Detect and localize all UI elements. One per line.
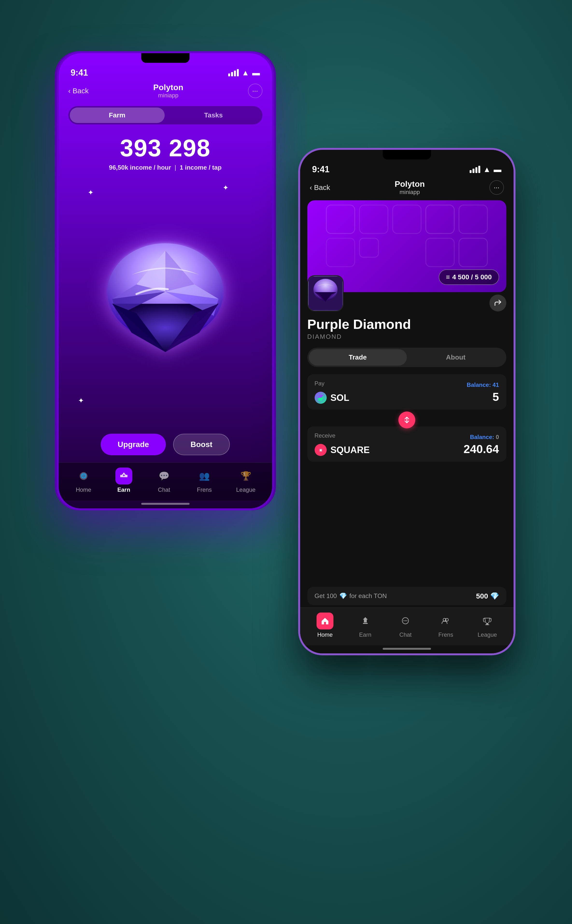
app-subtitle-right: miniapp xyxy=(395,189,425,195)
nav-chat-left[interactable]: 💬 Chat xyxy=(155,467,173,493)
left-phone: 9:41 ▲ ▬ ‹ Back xyxy=(57,51,274,510)
pay-balance-label: Balance: xyxy=(467,382,491,388)
tab-farm[interactable]: Farm xyxy=(70,108,165,123)
battery-icon-left: ▬ xyxy=(252,69,260,77)
nav-earn-left[interactable]: ♦ Earn xyxy=(115,467,132,493)
home-indicator-left xyxy=(141,503,190,505)
nft-type: DIAMOND xyxy=(307,333,506,340)
right-phone-content: 9:41 ▲ ▬ ‹ Back xyxy=(300,150,514,653)
back-label-right: Back xyxy=(314,183,330,192)
app-name-left: Polyton xyxy=(153,83,183,92)
chevron-left-icon-right: ‹ xyxy=(310,183,312,192)
swap-container xyxy=(307,411,506,428)
receive-header: Receive Balance: 0 xyxy=(315,432,499,442)
svg-text:♦: ♦ xyxy=(123,473,125,477)
receive-row: Receive Balance: 0 ▣ SQUARE xyxy=(307,427,506,462)
svg-rect-17 xyxy=(359,205,388,234)
more-button-right[interactable]: ··· xyxy=(490,180,504,195)
pay-token-row: SOL 5 xyxy=(315,390,499,404)
svg-rect-22 xyxy=(359,238,378,257)
back-button-right[interactable]: ‹ Back xyxy=(310,183,330,192)
chevron-left-icon: ‹ xyxy=(68,87,71,95)
battery-icon-right: ▬ xyxy=(494,165,502,174)
nav-chat-right[interactable]: Chat xyxy=(397,612,414,638)
app-title-left: Polyton miniapp xyxy=(153,83,183,99)
home-icon-right xyxy=(317,612,333,630)
time-left: 9:41 xyxy=(71,68,88,78)
nav-home-left[interactable]: 🌐 Home xyxy=(75,467,92,493)
app-subtitle-left: miniapp xyxy=(153,92,183,99)
back-button-left[interactable]: ‹ Back xyxy=(68,87,89,95)
score-stats: 96,50k income / hour | 1 income / tap xyxy=(59,164,272,171)
score-number: 393 298 xyxy=(59,134,272,162)
signal-bar-1 xyxy=(228,73,230,76)
svg-rect-16 xyxy=(326,205,355,234)
nav-earn-label-right: Earn xyxy=(359,631,371,638)
gem-svg xyxy=(93,231,238,371)
receive-token-name: SQUARE xyxy=(331,445,370,455)
boost-button[interactable]: Boost xyxy=(173,434,230,455)
app-title-right: Polyton miniapp xyxy=(395,179,425,195)
nav-league-right[interactable]: League xyxy=(477,612,497,638)
receive-balance: Balance: 0 xyxy=(470,434,499,441)
svg-rect-24 xyxy=(459,238,487,267)
nav-frens-left[interactable]: 👥 Frens xyxy=(196,467,213,493)
status-icons-left: ▲ ▬ xyxy=(228,69,260,77)
tab-bar-left: Farm Tasks xyxy=(68,106,263,125)
notch-left xyxy=(141,53,190,63)
svg-rect-18 xyxy=(393,205,421,234)
nav-home-right[interactable]: Home xyxy=(317,612,333,638)
svg-rect-23 xyxy=(426,238,454,267)
svg-rect-32 xyxy=(363,623,368,624)
nav-frens-label-left: Frens xyxy=(197,486,212,493)
receive-balance-value: 0 xyxy=(496,434,499,440)
svg-point-36 xyxy=(406,620,407,621)
svg-rect-39 xyxy=(486,623,488,624)
receive-token-row: ▣ SQUARE 240.64 xyxy=(315,442,499,456)
nav-league-left[interactable]: 🏆 League xyxy=(236,467,255,493)
league-icon-right xyxy=(479,612,496,630)
svg-text:▣: ▣ xyxy=(319,448,322,452)
notch-right xyxy=(383,150,431,159)
nav-home-label-left: Home xyxy=(76,486,91,493)
income-tap: 1 income / tap xyxy=(180,164,221,171)
earn-icon-left: ♦ xyxy=(115,467,132,485)
share-button[interactable] xyxy=(490,294,506,312)
trade-tabs: Trade About xyxy=(307,348,506,367)
wifi-icon-right: ▲ xyxy=(483,165,491,174)
diamond-blue-icon: 💎 xyxy=(339,592,347,600)
upgrade-button[interactable]: Upgrade xyxy=(101,434,166,455)
nft-name: Purple Diamond xyxy=(307,316,506,332)
tab-about[interactable]: About xyxy=(407,349,505,366)
chat-icon-right xyxy=(397,612,414,630)
gem-container: ✦ ✦ ✦ xyxy=(59,174,272,429)
svg-rect-21 xyxy=(326,238,355,267)
league-icon-left: 🏆 xyxy=(237,467,254,485)
ton-bonus-amount: 500 💎 xyxy=(476,592,499,600)
app-header-left: ‹ Back Polyton miniapp ··· xyxy=(59,80,272,104)
swap-button[interactable] xyxy=(398,411,415,428)
ton-bonus-text: Get 100 💎 for each TON xyxy=(315,592,387,600)
status-icons-right: ▲ ▬ xyxy=(469,165,502,174)
tab-trade[interactable]: Trade xyxy=(309,349,407,366)
square-icon: ▣ xyxy=(315,444,327,456)
nav-frens-right[interactable]: Frens xyxy=(437,612,454,638)
action-buttons: Upgrade Boost xyxy=(59,429,272,463)
signal-bars-left xyxy=(228,69,239,76)
svg-rect-19 xyxy=(426,205,454,234)
nav-earn-right[interactable]: Earn xyxy=(357,612,374,638)
bottom-nav-right: Home Earn Chat xyxy=(300,608,514,645)
svg-rect-40 xyxy=(485,624,489,625)
svg-point-34 xyxy=(404,620,404,621)
more-button-left[interactable]: ··· xyxy=(248,84,263,98)
frens-icon-right xyxy=(437,612,454,630)
phones-container: 9:41 ▲ ▬ ‹ Back xyxy=(45,27,528,897)
sparkle-3: ✦ xyxy=(78,396,84,405)
sol-icon xyxy=(315,392,327,404)
trade-section: Pay Balance: 41 SOL 5 xyxy=(300,372,514,584)
right-phone: 9:41 ▲ ▬ ‹ Back xyxy=(298,148,516,655)
pay-token-display: SOL xyxy=(315,392,350,404)
tab-tasks[interactable]: Tasks xyxy=(166,108,261,123)
pay-amount: 5 xyxy=(493,390,499,404)
svg-text:🌐: 🌐 xyxy=(81,473,86,479)
